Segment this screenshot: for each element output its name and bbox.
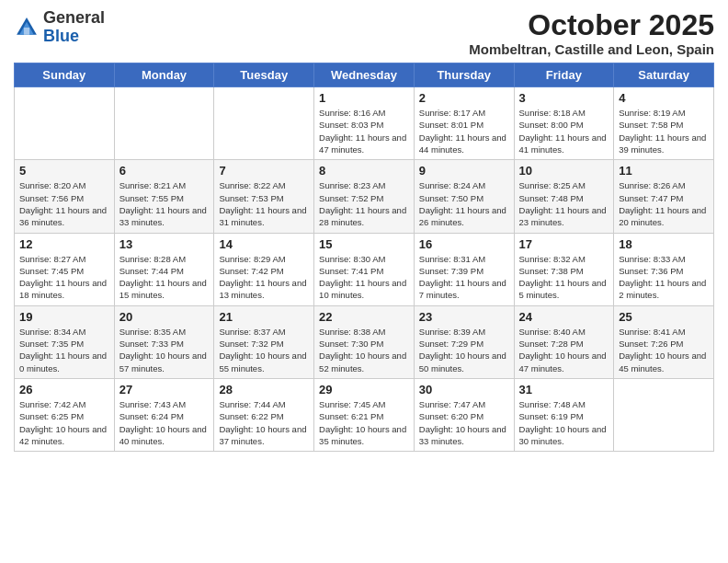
day-number: 9	[419, 164, 509, 178]
day-number: 23	[419, 310, 509, 324]
svg-rect-2	[24, 28, 29, 35]
calendar-cell: 7Sunrise: 8:22 AMSunset: 7:53 PMDaylight…	[214, 160, 314, 233]
calendar-cell: 13Sunrise: 8:28 AMSunset: 7:44 PMDayligh…	[114, 233, 214, 305]
calendar-cell: 9Sunrise: 8:24 AMSunset: 7:50 PMDaylight…	[414, 160, 514, 233]
day-info: Sunrise: 8:19 AMSunset: 7:58 PMDaylight:…	[619, 107, 709, 155]
location: Mombeltran, Castille and Leon, Spain	[469, 41, 714, 57]
calendar-cell	[15, 87, 115, 160]
day-number: 12	[19, 237, 109, 251]
calendar-cell: 14Sunrise: 8:29 AMSunset: 7:42 PMDayligh…	[214, 233, 314, 305]
calendar-cell: 31Sunrise: 7:48 AMSunset: 6:19 PMDayligh…	[514, 378, 614, 451]
day-info: Sunrise: 8:24 AMSunset: 7:50 PMDaylight:…	[419, 179, 509, 228]
day-info: Sunrise: 7:47 AMSunset: 6:20 PMDaylight:…	[419, 398, 509, 447]
calendar-cell: 16Sunrise: 8:31 AMSunset: 7:39 PMDayligh…	[414, 233, 514, 305]
calendar-cell: 6Sunrise: 8:21 AMSunset: 7:55 PMDaylight…	[114, 160, 214, 233]
day-number: 15	[319, 237, 409, 251]
calendar-cell	[114, 87, 214, 160]
calendar-cell: 11Sunrise: 8:26 AMSunset: 7:47 PMDayligh…	[614, 160, 714, 233]
day-info: Sunrise: 7:48 AMSunset: 6:19 PMDaylight:…	[519, 398, 609, 447]
day-info: Sunrise: 8:38 AMSunset: 7:30 PMDaylight:…	[319, 326, 409, 374]
day-info: Sunrise: 7:45 AMSunset: 6:21 PMDaylight:…	[319, 398, 409, 447]
calendar-cell: 22Sunrise: 8:38 AMSunset: 7:30 PMDayligh…	[314, 305, 415, 378]
calendar-cell: 24Sunrise: 8:40 AMSunset: 7:28 PMDayligh…	[514, 305, 614, 378]
calendar-cell: 17Sunrise: 8:32 AMSunset: 7:38 PMDayligh…	[514, 233, 614, 305]
day-number: 4	[619, 91, 709, 105]
day-number: 17	[519, 237, 609, 251]
day-info: Sunrise: 8:20 AMSunset: 7:56 PMDaylight:…	[19, 179, 109, 228]
day-info: Sunrise: 8:41 AMSunset: 7:26 PMDaylight:…	[619, 326, 709, 374]
day-info: Sunrise: 8:17 AMSunset: 8:01 PMDaylight:…	[419, 107, 509, 155]
day-number: 25	[619, 310, 709, 324]
day-info: Sunrise: 8:21 AMSunset: 7:55 PMDaylight:…	[119, 179, 210, 228]
month-title: October 2025	[469, 9, 714, 41]
calendar-cell: 26Sunrise: 7:42 AMSunset: 6:25 PMDayligh…	[15, 378, 115, 451]
calendar-cell: 27Sunrise: 7:43 AMSunset: 6:24 PMDayligh…	[114, 378, 214, 451]
day-number: 14	[219, 237, 309, 251]
day-info: Sunrise: 7:44 AMSunset: 6:22 PMDaylight:…	[219, 398, 309, 447]
day-info: Sunrise: 8:16 AMSunset: 8:03 PMDaylight:…	[319, 107, 409, 155]
day-info: Sunrise: 8:27 AMSunset: 7:45 PMDaylight:…	[19, 253, 109, 302]
calendar-week-3: 12Sunrise: 8:27 AMSunset: 7:45 PMDayligh…	[15, 233, 714, 305]
day-number: 26	[19, 383, 109, 396]
col-friday: Friday	[514, 63, 614, 87]
calendar-cell: 5Sunrise: 8:20 AMSunset: 7:56 PMDaylight…	[15, 160, 115, 233]
calendar-cell: 10Sunrise: 8:25 AMSunset: 7:48 PMDayligh…	[514, 160, 614, 233]
day-number: 16	[419, 237, 509, 251]
day-number: 29	[319, 383, 409, 396]
logo-icon	[14, 15, 40, 40]
day-number: 18	[619, 237, 709, 251]
day-info: Sunrise: 8:18 AMSunset: 8:00 PMDaylight:…	[519, 107, 609, 155]
calendar-week-1: 1Sunrise: 8:16 AMSunset: 8:03 PMDaylight…	[15, 87, 714, 160]
calendar-cell: 1Sunrise: 8:16 AMSunset: 8:03 PMDaylight…	[314, 87, 415, 160]
day-info: Sunrise: 8:40 AMSunset: 7:28 PMDaylight:…	[519, 326, 609, 374]
day-info: Sunrise: 8:31 AMSunset: 7:39 PMDaylight:…	[419, 253, 509, 302]
logo: General Blue	[14, 9, 105, 46]
day-number: 20	[119, 310, 210, 324]
day-number: 3	[519, 91, 609, 105]
day-number: 2	[419, 91, 509, 105]
day-number: 1	[319, 91, 409, 105]
col-tuesday: Tuesday	[214, 63, 314, 87]
day-number: 13	[119, 237, 210, 251]
calendar-cell: 2Sunrise: 8:17 AMSunset: 8:01 PMDaylight…	[414, 87, 514, 160]
col-thursday: Thursday	[414, 63, 514, 87]
title-block: October 2025 Mombeltran, Castille and Le…	[469, 9, 714, 57]
logo-blue-text: Blue	[43, 27, 79, 45]
day-info: Sunrise: 8:28 AMSunset: 7:44 PMDaylight:…	[119, 253, 210, 302]
logo-general-text: General	[43, 8, 105, 27]
calendar-cell: 19Sunrise: 8:34 AMSunset: 7:35 PMDayligh…	[15, 305, 115, 378]
col-wednesday: Wednesday	[314, 63, 415, 87]
calendar-cell: 29Sunrise: 7:45 AMSunset: 6:21 PMDayligh…	[314, 378, 415, 451]
col-monday: Monday	[114, 63, 214, 87]
day-info: Sunrise: 8:22 AMSunset: 7:53 PMDaylight:…	[219, 179, 309, 228]
calendar-header-row: Sunday Monday Tuesday Wednesday Thursday…	[15, 63, 714, 87]
calendar-cell: 8Sunrise: 8:23 AMSunset: 7:52 PMDaylight…	[314, 160, 415, 233]
day-number: 10	[519, 164, 609, 178]
col-saturday: Saturday	[614, 63, 714, 87]
day-number: 28	[219, 383, 309, 396]
day-info: Sunrise: 8:25 AMSunset: 7:48 PMDaylight:…	[519, 179, 609, 228]
page: General Blue October 2025 Mombeltran, Ca…	[0, 0, 728, 563]
calendar-cell	[614, 378, 714, 451]
calendar-week-2: 5Sunrise: 8:20 AMSunset: 7:56 PMDaylight…	[15, 160, 714, 233]
day-info: Sunrise: 8:33 AMSunset: 7:36 PMDaylight:…	[619, 253, 709, 302]
day-info: Sunrise: 8:37 AMSunset: 7:32 PMDaylight:…	[219, 326, 309, 374]
calendar-week-5: 26Sunrise: 7:42 AMSunset: 6:25 PMDayligh…	[15, 378, 714, 451]
day-info: Sunrise: 8:29 AMSunset: 7:42 PMDaylight:…	[219, 253, 309, 302]
day-info: Sunrise: 8:39 AMSunset: 7:29 PMDaylight:…	[419, 326, 509, 374]
col-sunday: Sunday	[15, 63, 115, 87]
calendar-cell: 18Sunrise: 8:33 AMSunset: 7:36 PMDayligh…	[614, 233, 714, 305]
day-info: Sunrise: 8:35 AMSunset: 7:33 PMDaylight:…	[119, 326, 210, 374]
day-info: Sunrise: 8:26 AMSunset: 7:47 PMDaylight:…	[619, 179, 709, 228]
calendar-cell: 21Sunrise: 8:37 AMSunset: 7:32 PMDayligh…	[214, 305, 314, 378]
calendar-cell: 23Sunrise: 8:39 AMSunset: 7:29 PMDayligh…	[414, 305, 514, 378]
day-info: Sunrise: 7:42 AMSunset: 6:25 PMDaylight:…	[19, 398, 109, 447]
day-number: 30	[419, 383, 509, 396]
calendar-cell: 15Sunrise: 8:30 AMSunset: 7:41 PMDayligh…	[314, 233, 415, 305]
day-info: Sunrise: 8:34 AMSunset: 7:35 PMDaylight:…	[19, 326, 109, 374]
day-number: 21	[219, 310, 309, 324]
calendar-cell: 20Sunrise: 8:35 AMSunset: 7:33 PMDayligh…	[114, 305, 214, 378]
day-number: 24	[519, 310, 609, 324]
day-number: 7	[219, 164, 309, 178]
calendar-cell: 28Sunrise: 7:44 AMSunset: 6:22 PMDayligh…	[214, 378, 314, 451]
